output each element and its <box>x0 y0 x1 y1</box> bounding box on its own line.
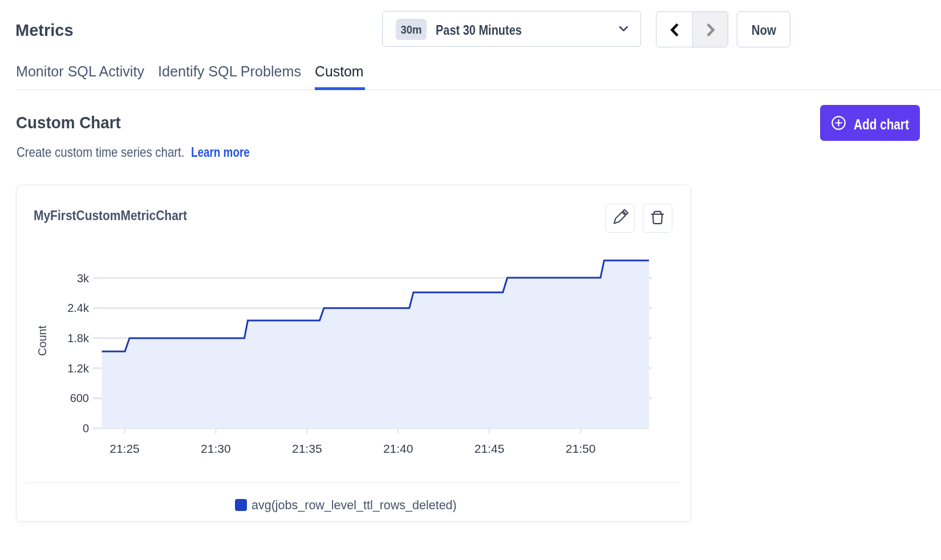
svg-text:600: 600 <box>70 392 89 404</box>
svg-text:2.4k: 2.4k <box>67 302 90 314</box>
svg-text:21:25: 21:25 <box>109 442 140 455</box>
svg-text:1.8k: 1.8k <box>67 332 90 344</box>
svg-text:21:50: 21:50 <box>566 442 596 455</box>
svg-text:1.2k: 1.2k <box>67 362 90 375</box>
svg-text:0: 0 <box>83 422 89 435</box>
svg-text:3k: 3k <box>77 272 90 285</box>
svg-text:21:40: 21:40 <box>383 442 413 455</box>
svg-text:21:30: 21:30 <box>201 442 231 455</box>
svg-text:21:45: 21:45 <box>474 442 505 455</box>
svg-text:21:35: 21:35 <box>292 442 322 455</box>
svg-text:Count: Count <box>36 325 48 356</box>
